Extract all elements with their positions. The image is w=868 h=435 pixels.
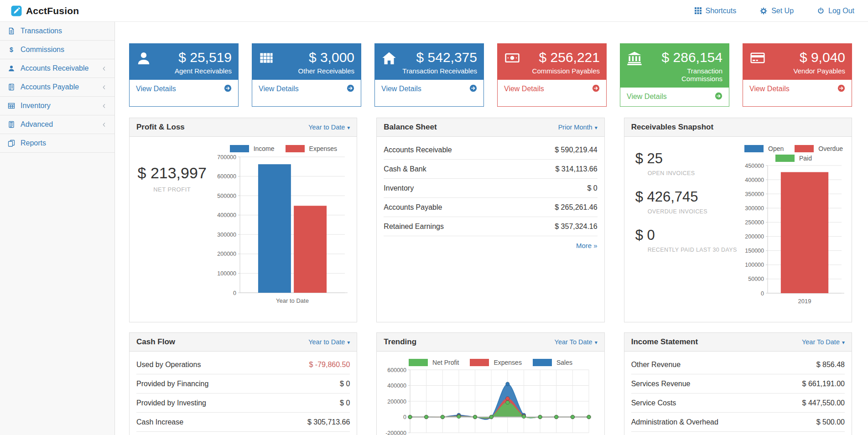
range-dropdown[interactable]: Year To Date [555, 338, 598, 346]
panel-title: Profit & Loss [136, 123, 185, 132]
app-logo[interactable]: AcctFusion [11, 5, 79, 16]
row-label: Provided by Investing [136, 399, 206, 407]
home-icon [381, 50, 401, 75]
svg-text:150000: 150000 [745, 248, 764, 254]
row-value: $ 314,113.66 [555, 165, 597, 173]
stat-card-header: $ 9,040Vendor Payables [743, 44, 852, 80]
receivables-stat-value: $ 426,745 [635, 189, 739, 205]
view-details-link[interactable]: View Details [498, 80, 606, 98]
row-value: $ -79,860.50 [309, 361, 350, 369]
range-dropdown[interactable]: Prior Month [558, 124, 598, 131]
chevron-left-icon [101, 103, 107, 109]
nav-item-set-up[interactable]: Set Up [760, 7, 794, 15]
row-value: $ 357,324.16 [555, 223, 597, 231]
sidebar-item-commissions[interactable]: $Commissions [0, 41, 114, 59]
table-row: Cash Increase$ 305,713.66 [136, 413, 350, 432]
sidebar-item-reports[interactable]: Reports [0, 134, 114, 153]
stat-card-header: $ 3,000Other Receivables [252, 44, 361, 80]
range-dropdown[interactable]: Year To Date [802, 338, 845, 346]
legend-item-sales[interactable]: Sales [533, 359, 572, 366]
app-name: AcctFusion [26, 5, 79, 16]
table-row: Provided by Investing$ 0 [136, 394, 350, 413]
stat-label: Vendor Payables [769, 67, 845, 75]
row-value: $ 305,713.66 [307, 418, 350, 426]
receivables-stat-label: OPEN INVOICES [648, 170, 739, 176]
ledger-icon [7, 83, 16, 91]
net-profit-stat: $ 213,997 NET PROFIT [130, 164, 214, 311]
trend_chart-legend: Net ProfitExpensesSales [384, 359, 597, 366]
user-icon [7, 65, 16, 72]
legend-item-paid[interactable]: Paid [775, 155, 812, 162]
view-details-link[interactable]: View Details [130, 80, 238, 98]
sidebar-item-accounts-receivable[interactable]: Accounts Receivable [0, 59, 114, 78]
receivables-stat-label: RECENTLY PAID LAST 30 DAYS [648, 247, 739, 253]
legend-item-open[interactable]: Open [744, 145, 784, 152]
view-details-link[interactable]: View Details [620, 88, 729, 106]
legend-item-expenses[interactable]: Expenses [286, 145, 337, 152]
calculator-icon [7, 121, 16, 128]
more-link[interactable]: More » [576, 242, 598, 249]
user-card-icon [136, 50, 156, 75]
pl_chart-svg: 0100000200000300000400000500000600000700… [214, 153, 351, 309]
row-value: $ 447,550.00 [802, 399, 845, 407]
row-label: Service Costs [631, 399, 676, 407]
stat-card-transaction-commissions: $ 286,154Transaction CommissionsView Det… [620, 43, 729, 107]
legend-item-net-profit[interactable]: Net Profit [409, 359, 459, 366]
caret-down-icon [345, 124, 350, 131]
sidebar-item-label: Advanced [21, 120, 96, 129]
row-value: $ 661,191.00 [802, 380, 845, 388]
view-details-label: View Details [259, 85, 299, 93]
legend-swatch [775, 155, 795, 162]
legend-item-income[interactable]: Income [230, 145, 275, 152]
legend-item-overdue[interactable]: Overdue [795, 145, 843, 152]
caret-down-icon [840, 338, 845, 346]
legend-item-expenses[interactable]: Expenses [470, 359, 521, 366]
sidebar-item-transactions[interactable]: Transactions [0, 22, 114, 41]
table-icon [7, 102, 16, 109]
bank-icon [627, 50, 647, 83]
receivables-stat: $ 426,745OVERDUE INVOICES [635, 189, 739, 215]
arrow-circle-right-icon [469, 84, 477, 94]
caret-down-icon [593, 338, 598, 346]
receivables-stats: $ 25OPEN INVOICES$ 426,745OVERDUE INVOIC… [635, 143, 739, 310]
sidebar-item-label: Commissions [21, 46, 107, 54]
range-dropdown[interactable]: Year to Date [308, 124, 350, 131]
view-details-link[interactable]: View Details [252, 80, 361, 98]
stat-label: Commission Payables [524, 67, 600, 75]
row-value: $ 265,261.46 [555, 203, 597, 212]
receivables-stat-value: $ 0 [635, 227, 739, 243]
document-icon [7, 27, 16, 35]
sidebar-item-advanced[interactable]: Advanced [0, 115, 114, 134]
row-label: Accounts Payable [384, 203, 442, 212]
range-label: Year To Date [555, 338, 593, 346]
dollar-icon: $ [7, 46, 16, 53]
panel-title: Income Statement [631, 337, 698, 347]
table-row: Provided by Financing$ 0 [136, 374, 350, 394]
nav-item-shortcuts[interactable]: Shortcuts [695, 7, 737, 15]
svg-text:100000: 100000 [745, 262, 764, 268]
row-value: $ 0 [340, 399, 350, 407]
receivables-stat-label: OVERDUE INVOICES [648, 208, 739, 215]
view-details-link[interactable]: View Details [743, 80, 852, 98]
sidebar-item-accounts-payable[interactable]: Accounts Payable [0, 78, 114, 97]
stat-label: Agent Receivables [156, 67, 232, 75]
stat-card-text: $ 3,000Other Receivables [279, 50, 354, 75]
row-value: $ 0 [587, 184, 597, 192]
nav-item-log-out[interactable]: Log Out [817, 7, 854, 15]
view-details-link[interactable]: View Details [375, 80, 483, 98]
view-details-label: View Details [504, 85, 544, 93]
svg-text:700000: 700000 [218, 154, 237, 160]
svg-text:200000: 200000 [218, 251, 237, 257]
row-label: Retained Earnings [384, 223, 444, 231]
stat-card-header: $ 25,519Agent Receivables [130, 44, 238, 80]
svg-text:500000: 500000 [218, 192, 237, 199]
stat-card-text: $ 256,221Commission Payables [524, 50, 600, 75]
legend-label: Paid [799, 155, 812, 162]
sidebar-item-inventory[interactable]: Inventory [0, 97, 114, 115]
range-dropdown[interactable]: Year to Date [308, 338, 350, 346]
range-label: Prior Month [558, 124, 593, 131]
stat-card-text: $ 25,519Agent Receivables [156, 50, 232, 75]
table-row: Used by Operations$ -79,860.50 [136, 355, 350, 374]
pl_chart-legend: IncomeExpenses [214, 145, 352, 152]
main-content: $ 25,519Agent ReceivablesView Details$ 3… [115, 22, 868, 435]
